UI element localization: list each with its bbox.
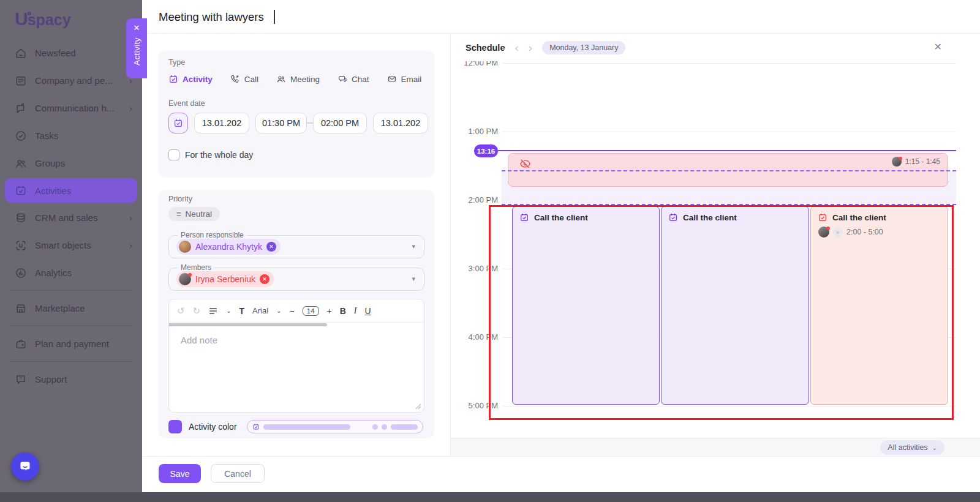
schedule-grid: 12:00 PM 1:00 PM 2:00 PM 3:00 PM 4:00 PM… — [451, 61, 980, 438]
marketplace-icon — [15, 302, 27, 315]
activity-title-input[interactable] — [159, 8, 538, 26]
uspacy-logo[interactable]: Uspacy — [0, 0, 142, 39]
person-responsible-field[interactable]: Person responsible Alexandra Khytyk ✕ ▾ — [168, 235, 424, 258]
type-tab-email[interactable]: Email — [387, 74, 422, 84]
avatar — [179, 241, 191, 253]
current-time-line — [498, 150, 956, 151]
skeleton-bar — [263, 424, 350, 430]
italic-button[interactable]: I — [354, 306, 357, 316]
members-field[interactable]: Members Iryna Serbeniuk ✕ ▾ — [168, 268, 424, 291]
end-date-input[interactable] — [373, 113, 428, 133]
chat-icon — [337, 74, 347, 84]
activity-color-label: Activity color — [189, 422, 237, 432]
event-call-the-client-3[interactable]: Call the client = 2:00 - 5:00 — [810, 206, 948, 405]
sidebar-item-crm[interactable]: CRM and sales › — [0, 204, 142, 231]
sidebar-item-marketplace[interactable]: Marketplace — [0, 294, 142, 322]
event-call-the-client-2[interactable]: Call the client — [661, 206, 809, 405]
sidebar-item-plan-payment[interactable]: Plan and payment — [0, 330, 142, 358]
bold-button[interactable]: B — [340, 306, 346, 316]
sidebar-item-label: Plan and payment — [35, 339, 109, 349]
event-title: Call the client — [534, 213, 588, 222]
priority-label: Priority — [168, 195, 192, 203]
member-chip[interactable]: Iryna Serbeniuk ✕ — [176, 271, 274, 287]
calendar-check-icon — [519, 212, 529, 222]
start-time-input[interactable] — [255, 113, 307, 133]
sidebar-item-communication[interactable]: Communication h... › — [0, 94, 142, 122]
event-date-label: Event date — [168, 99, 205, 108]
logo-letter: U — [15, 9, 28, 29]
save-button[interactable]: Save — [159, 464, 201, 483]
sidebar-item-activities[interactable]: Activities — [5, 178, 137, 203]
sidebar-item-groups[interactable]: Groups — [0, 149, 142, 177]
note-textarea[interactable] — [169, 328, 424, 412]
prev-day-icon[interactable]: ‹ — [514, 42, 518, 53]
close-schedule-icon[interactable]: ✕ — [934, 41, 942, 53]
align-icon[interactable] — [208, 306, 218, 316]
font-size-increase-button[interactable]: + — [327, 306, 332, 316]
event-title: Call the client — [832, 213, 886, 222]
hidden-event-time: 1:15 - 1:45 — [905, 157, 940, 166]
sidebar-item-analytics[interactable]: Analytics — [0, 259, 142, 287]
chevron-right-icon: › — [129, 240, 132, 250]
event-title: Call the client — [683, 213, 737, 222]
redo-icon[interactable]: ↻ — [193, 305, 201, 317]
end-time-input[interactable] — [313, 113, 367, 133]
event-call-the-client-1[interactable]: Call the client — [512, 206, 660, 405]
cancel-button[interactable]: Cancel — [211, 464, 265, 483]
schedule-date-chip[interactable]: Monday, 13 January — [542, 41, 625, 54]
activity-side-tab[interactable]: ✕ Activity — [126, 18, 147, 78]
note-editor: ↺ ↻ ⌄ T Arial ⌄ − 14 + B I U — [168, 299, 424, 413]
activities-filter-chip[interactable]: All activities ⌄ — [880, 440, 944, 455]
sidebar-item-label: Support — [35, 374, 67, 384]
modal-title-bar — [142, 0, 980, 34]
calendar-picker-button[interactable] — [168, 113, 188, 133]
sidebar-item-label: Tasks — [35, 130, 58, 141]
font-family-select[interactable]: Arial — [252, 306, 268, 315]
avatar — [892, 157, 902, 167]
schedule-header: Schedule ‹ › Monday, 13 January ✕ — [451, 34, 980, 61]
selection-start-dashed-line — [502, 170, 956, 171]
phone-icon — [230, 74, 240, 84]
font-size-value[interactable]: 14 — [303, 306, 319, 316]
remove-member-icon[interactable]: ✕ — [260, 274, 270, 284]
sidebar-item-smart-objects[interactable]: Smart objects › — [0, 231, 142, 259]
whole-day-label: For the whole day — [185, 150, 253, 160]
editor-toolbar: ↺ ↻ ⌄ T Arial ⌄ − 14 + B I U — [169, 299, 424, 323]
chat-launcher-button[interactable] — [11, 452, 39, 481]
close-icon[interactable]: ✕ — [134, 24, 140, 32]
resize-handle-icon[interactable] — [415, 403, 421, 410]
sidebar-item-newsfeed[interactable]: Newsfeed — [0, 39, 142, 67]
calendar-icon — [252, 423, 260, 430]
priority-chip[interactable]: = Neutral — [168, 207, 220, 221]
next-day-icon[interactable]: › — [529, 42, 532, 53]
activity-color-swatch[interactable] — [168, 420, 182, 433]
caret-down-icon[interactable]: ▾ — [412, 275, 415, 283]
remove-responsible-icon[interactable]: ✕ — [266, 242, 276, 252]
sidebar-item-tasks[interactable]: Tasks — [0, 122, 142, 149]
communication-icon — [15, 102, 27, 114]
chevron-right-icon: › — [129, 103, 132, 113]
text-format-icon[interactable]: T — [239, 306, 245, 316]
logo-dot — [28, 12, 31, 15]
type-tab-activity[interactable]: Activity — [168, 74, 213, 84]
whole-day-checkbox[interactable] — [168, 149, 179, 160]
type-tab-meeting[interactable]: Meeting — [276, 74, 320, 84]
responsible-chip[interactable]: Alexandra Khytyk ✕ — [176, 239, 281, 255]
start-date-input[interactable] — [194, 113, 249, 133]
sidebar-item-company[interactable]: Company and pe... › — [0, 67, 142, 94]
toolbar-scrollbar-thumb[interactable] — [169, 323, 327, 326]
caret-down-icon[interactable]: ▾ — [412, 242, 415, 250]
undo-icon[interactable]: ↺ — [177, 305, 185, 317]
sidebar-item-label: Analytics — [35, 268, 72, 278]
font-size-decrease-button[interactable]: − — [290, 306, 295, 316]
align-chevron-icon[interactable]: ⌄ — [226, 307, 231, 314]
sidebar-item-label: CRM and sales — [35, 212, 98, 223]
filter-label: All activities — [888, 443, 927, 452]
type-tab-call[interactable]: Call — [230, 74, 258, 84]
underline-button[interactable]: U — [364, 306, 371, 316]
event-header: Call the client — [519, 212, 652, 222]
font-chevron-icon[interactable]: ⌄ — [276, 307, 281, 314]
type-tab-chat[interactable]: Chat — [337, 74, 369, 84]
sidebar-item-label: Marketplace — [35, 303, 85, 313]
sidebar-item-support[interactable]: ? Support — [0, 365, 142, 393]
